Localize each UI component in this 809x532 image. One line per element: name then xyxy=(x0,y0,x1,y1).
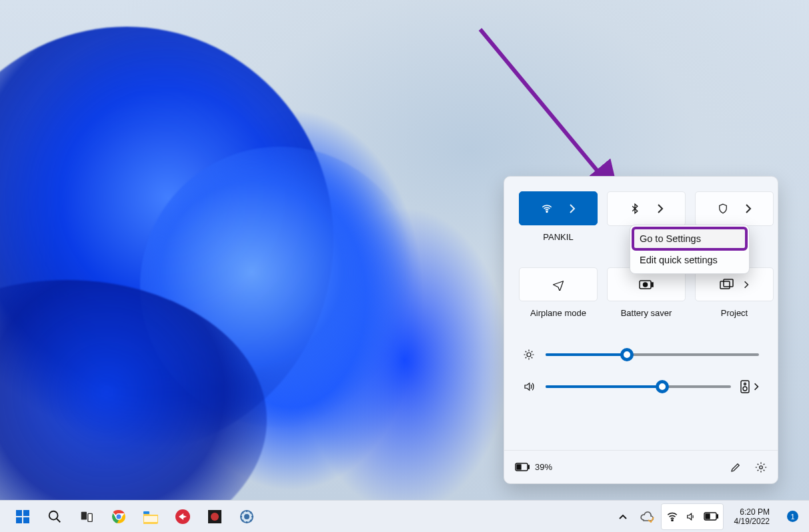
battery-tray-icon xyxy=(704,512,718,521)
clock-tray[interactable]: 6:20 PM 4/19/2022 xyxy=(725,503,779,530)
file-explorer-taskbar-icon[interactable] xyxy=(137,503,164,530)
battery-saver-icon xyxy=(639,279,654,290)
shield-icon xyxy=(717,203,729,215)
wifi-tile[interactable] xyxy=(519,191,598,225)
quick-settings-panel: PANKIL xyxy=(504,176,778,484)
settings-taskbar-icon[interactable] xyxy=(233,503,260,530)
svg-point-10 xyxy=(743,387,747,391)
project-label: Project xyxy=(721,308,748,318)
svg-rect-18 xyxy=(23,517,29,523)
svg-point-29 xyxy=(211,513,219,521)
volume-slider[interactable] xyxy=(523,375,759,398)
audio-output-button[interactable] xyxy=(740,380,750,393)
bluetooth-icon xyxy=(629,203,641,215)
bluetooth-tile[interactable] xyxy=(607,191,686,226)
clock-time: 6:20 PM xyxy=(734,507,770,517)
notification-center-button[interactable]: 1 xyxy=(780,503,801,530)
volume-icon xyxy=(523,381,536,393)
airplane-mode-label: Airplane mode xyxy=(530,308,586,318)
security-tile[interactable] xyxy=(695,191,774,226)
brightness-icon xyxy=(523,349,536,361)
svg-rect-20 xyxy=(81,511,87,519)
svg-rect-17 xyxy=(16,517,22,523)
svg-rect-26 xyxy=(144,516,157,522)
task-view-button[interactable] xyxy=(73,503,100,530)
svg-point-32 xyxy=(672,519,673,521)
svg-rect-15 xyxy=(16,510,22,516)
svg-point-19 xyxy=(49,511,58,519)
svg-rect-6 xyxy=(724,279,733,287)
airplane-icon xyxy=(552,279,564,291)
chrome-taskbar-icon[interactable] xyxy=(105,503,132,530)
svg-point-4 xyxy=(644,283,648,287)
svg-rect-12 xyxy=(528,465,530,469)
svg-point-31 xyxy=(245,515,249,519)
taskbar: 6:20 PM 4/19/2022 1 xyxy=(0,500,809,532)
chevron-right-icon[interactable] xyxy=(754,383,759,391)
svg-rect-35 xyxy=(706,514,710,519)
tile-context-menu: Go to Settings Edit quick settings xyxy=(630,225,750,274)
svg-point-1 xyxy=(546,211,548,212)
chevron-right-icon[interactable] xyxy=(745,204,752,213)
svg-point-9 xyxy=(744,383,746,385)
wifi-tray-icon xyxy=(666,511,678,521)
airplane-mode-tile[interactable] xyxy=(519,267,598,301)
search-button[interactable] xyxy=(41,503,68,530)
svg-rect-5 xyxy=(720,281,730,289)
volume-tray-icon xyxy=(685,511,697,522)
svg-rect-13 xyxy=(517,465,521,469)
onedrive-tray-icon[interactable] xyxy=(634,503,660,530)
app-taskbar-icon-1[interactable] xyxy=(169,503,196,530)
battery-percent-text: 39% xyxy=(535,462,552,472)
edit-quick-settings-button[interactable] xyxy=(730,461,742,473)
svg-rect-3 xyxy=(652,283,653,287)
svg-rect-16 xyxy=(23,510,29,516)
wifi-icon xyxy=(541,203,553,215)
battery-saver-label: Battery saver xyxy=(621,308,672,318)
context-edit-quick-settings[interactable]: Edit quick settings xyxy=(633,249,746,271)
app-taskbar-icon-2[interactable] xyxy=(201,503,228,530)
clock-date: 4/19/2022 xyxy=(734,517,770,526)
battery-icon xyxy=(515,463,530,471)
wifi-tile-label: PANKIL xyxy=(543,232,573,242)
svg-rect-21 xyxy=(88,513,92,521)
context-go-to-settings[interactable]: Go to Settings xyxy=(633,228,746,249)
svg-rect-34 xyxy=(717,515,718,518)
notification-count-badge: 1 xyxy=(787,511,798,522)
chevron-right-icon[interactable] xyxy=(569,204,576,213)
svg-rect-25 xyxy=(143,511,149,514)
brightness-slider[interactable] xyxy=(523,343,759,366)
svg-point-7 xyxy=(527,353,531,357)
project-icon xyxy=(720,279,734,291)
open-settings-button[interactable] xyxy=(755,461,767,473)
battery-status[interactable]: 39% xyxy=(515,462,552,472)
svg-point-14 xyxy=(760,465,763,469)
start-button[interactable] xyxy=(9,503,36,530)
system-tray-group[interactable] xyxy=(661,503,724,530)
chevron-right-icon[interactable] xyxy=(657,204,664,213)
tray-overflow-button[interactable] xyxy=(613,503,633,530)
chevron-right-icon[interactable] xyxy=(744,281,749,289)
